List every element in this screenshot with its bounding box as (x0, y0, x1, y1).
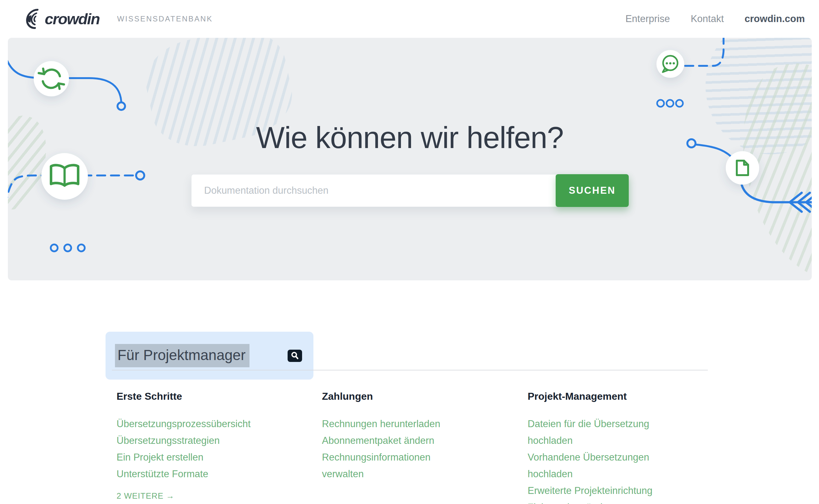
nav-link-crowdin-com[interactable]: crowdin.com (745, 13, 805, 25)
knowledge-base-page: crowdin WISSENSDATENBANK Enterprise Kont… (0, 0, 819, 504)
column-heading: Projekt-Management (528, 391, 663, 402)
dot-ring (78, 244, 85, 251)
article-link[interactable]: Erweiterte Projekteinrichtung (528, 482, 663, 499)
article-link[interactable]: Rechnungsinformationen verwalten (322, 449, 448, 482)
hero-panel: Wie können wir helfen? SUCHEN (8, 38, 812, 280)
document-icon (737, 161, 748, 175)
article-link[interactable]: Rechnungen herunterladen (322, 415, 448, 432)
section-title: Für Projektmanager (115, 344, 249, 367)
dot-ring (64, 244, 71, 251)
article-link[interactable]: Dateien für die Übersetzung hochladen (528, 415, 663, 449)
dot-ring (51, 244, 58, 251)
column-erste-schritte: Erste Schritte Übersetzungsprozessübersi… (117, 391, 280, 501)
article-link[interactable]: Übersetzungsprozessübersicht (117, 415, 280, 432)
knowledge-base-label: WISSENSDATENBANK (117, 14, 213, 23)
column-heading: Erste Schritte (117, 391, 280, 402)
top-navbar: crowdin WISSENSDATENBANK Enterprise Kont… (0, 0, 819, 38)
dashed-end-ring (136, 171, 144, 180)
section-divider (112, 370, 708, 370)
article-link[interactable]: Abonnementpaket ändern (322, 432, 448, 449)
search-button[interactable]: SUCHEN (556, 174, 629, 207)
section-title-box: Für Projektmanager (106, 332, 313, 380)
hero-decoration (8, 38, 812, 280)
dashed-line-right (685, 38, 724, 66)
article-link[interactable]: Vorhandene Übersetzungen hochladen (528, 449, 663, 482)
crowdin-logo-icon (18, 8, 43, 30)
search-bar: SUCHEN (191, 174, 629, 207)
article-link[interactable]: Zielsprachen ändern (528, 499, 663, 504)
more-articles-link[interactable]: 2 WEITERE → (117, 491, 175, 501)
page-search-icon (290, 351, 300, 360)
article-link[interactable]: Unterstützte Formate (117, 466, 280, 482)
nav-link-kontakt[interactable]: Kontakt (691, 13, 724, 25)
column-projekt-management: Projekt-Management Dateien für die Übers… (528, 391, 663, 504)
crowdin-logo-wordmark: crowdin (45, 10, 100, 28)
dot-ring (657, 100, 664, 107)
line-end-ring (117, 102, 125, 110)
article-link[interactable]: Übersetzungsstrategien (117, 432, 280, 449)
page-search-button[interactable] (288, 350, 302, 362)
sync-icon-circle (34, 61, 69, 96)
hero-title: Wie können wir helfen? (8, 120, 812, 155)
article-link[interactable]: Ein Projekt erstellen (117, 449, 280, 466)
column-heading: Zahlungen (322, 391, 448, 402)
dot-ring (676, 100, 683, 107)
column-zahlungen: Zahlungen Rechnungen herunterladen Abonn… (322, 391, 448, 482)
crowdin-logo[interactable]: crowdin (18, 8, 100, 30)
dot-ring (667, 100, 673, 107)
nav-link-enterprise[interactable]: Enterprise (625, 13, 670, 25)
search-input[interactable] (191, 174, 556, 207)
